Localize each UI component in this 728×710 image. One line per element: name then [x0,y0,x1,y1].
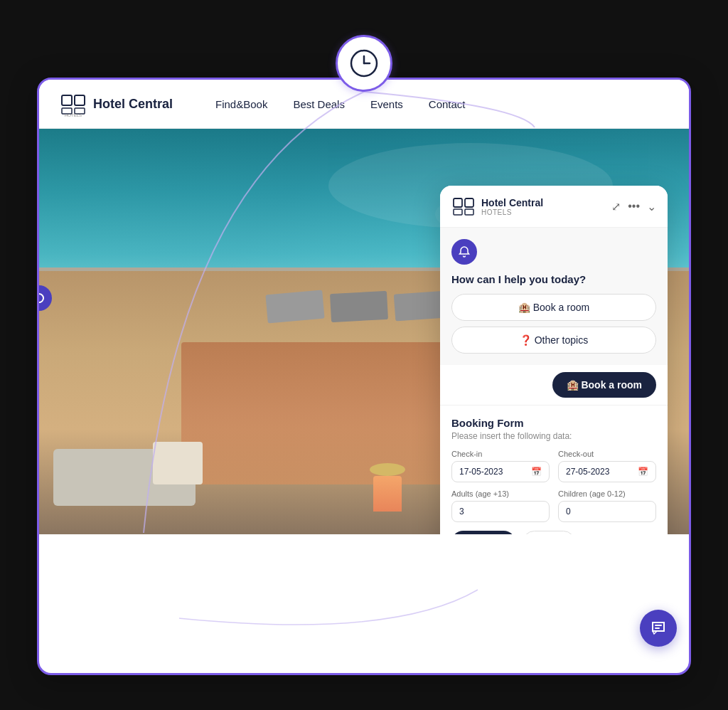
deck-chair-2 [330,291,388,322]
adults-group: Adults (age +13) 3 1 2 4 [451,489,550,522]
other-topics-option-btn[interactable]: ❓ Other topics [451,327,656,354]
svg-rect-10 [454,198,462,207]
hotel-logo-icon: HOTELS [59,90,87,118]
book-room-section: 🏨 Book a room [440,365,668,405]
children-group: Children (age 0-12) 0 1 2 3 [558,489,656,522]
checkout-input[interactable]: 27-05-2023 📅 [558,461,656,482]
expand-icon[interactable]: ⤢ [611,200,621,213]
svg-rect-11 [465,198,473,207]
adults-label: Adults (age +13) [451,489,550,498]
chat-hotel-name: Hotel Central [481,197,543,208]
checkin-input[interactable]: 17-05-2023 📅 [451,461,550,482]
checkout-group: Check-out 27-05-2023 📅 [558,450,656,482]
nav-contact[interactable]: Contact [429,98,466,110]
children-select[interactable]: 0 1 2 3 [558,501,656,522]
cancel-button[interactable]: Cancel [523,531,575,534]
book-room-button[interactable]: 🏨 Book a room [552,372,656,398]
lounge-area [53,399,231,506]
svg-rect-3 [62,95,72,105]
svg-rect-4 [75,95,85,105]
floating-chat-button[interactable] [640,610,677,647]
chat-header: Hotel Central HOTELS ⤢ ••• ⌄ [440,186,668,228]
checkin-group: Check-in 17-05-2023 📅 [451,450,550,482]
clock-icon [348,48,380,79]
adults-select[interactable]: 3 1 2 4 [451,501,550,522]
pool-image: Hotel Central HOTELS ⤢ ••• ⌄ [39,129,689,534]
children-label: Children (age 0-12) [558,489,656,498]
svg-text:HOTELS: HOTELS [65,113,82,117]
confirm-button[interactable]: Confirm [451,531,515,534]
checkin-label: Check-in [451,450,550,458]
collapse-icon[interactable]: ⌄ [647,200,656,213]
adults-children-row: Adults (age +13) 3 1 2 4 Children (age 0… [451,489,656,522]
browser-frame: HOTELS Hotel Central Find&Book Best Deal… [37,78,691,675]
calendar-icon-2: 📅 [638,467,648,477]
chat-hotel-sub: HOTELS [481,208,543,216]
form-actions: Confirm Cancel [451,531,656,534]
chat-header-actions: ⤢ ••• ⌄ [611,200,656,213]
calendar-icon: 📅 [531,467,542,477]
person-hat [370,463,405,476]
chat-widget: Hotel Central HOTELS ⤢ ••• ⌄ [440,186,668,534]
hotel-name-header: Hotel Central [93,97,173,112]
booking-form-title: Booking Form [451,417,656,429]
bell-icon-circle [451,239,477,265]
person-body [373,476,402,512]
chat-logo-area: Hotel Central HOTELS [451,194,543,218]
person-figure [366,463,409,520]
deck-chair-1 [265,290,324,324]
lounge-table [153,442,203,484]
hotel-logo: HOTELS Hotel Central [59,90,173,118]
booking-form-subtitle: Please insert the following data: [451,431,656,441]
chat-hotel-logo-icon [451,194,476,218]
checkin-checkout-row: Check-in 17-05-2023 📅 Check-out 27-05-20… [451,450,656,482]
svg-rect-12 [454,209,462,215]
hotel-nav: Find&Book Best Deals Events Contact [215,98,465,110]
chat-hotel-info: Hotel Central HOTELS [481,197,543,216]
more-icon[interactable]: ••• [628,200,640,213]
chat-body: How can I help you today? 🏨 Book a room … [440,228,668,365]
checkout-label: Check-out [558,450,656,458]
nav-events[interactable]: Events [370,98,403,110]
svg-rect-13 [465,209,473,215]
bell-row [451,239,656,265]
booking-form: Booking Form Please insert the following… [440,405,668,534]
help-text: How can I help you today? [451,273,656,285]
nav-findbookbook[interactable]: Find&Book [215,98,267,110]
book-room-option-btn[interactable]: 🏨 Book a room [451,294,656,321]
nav-bestdeals[interactable]: Best Deals [293,98,345,110]
clock-bubble [336,35,392,92]
